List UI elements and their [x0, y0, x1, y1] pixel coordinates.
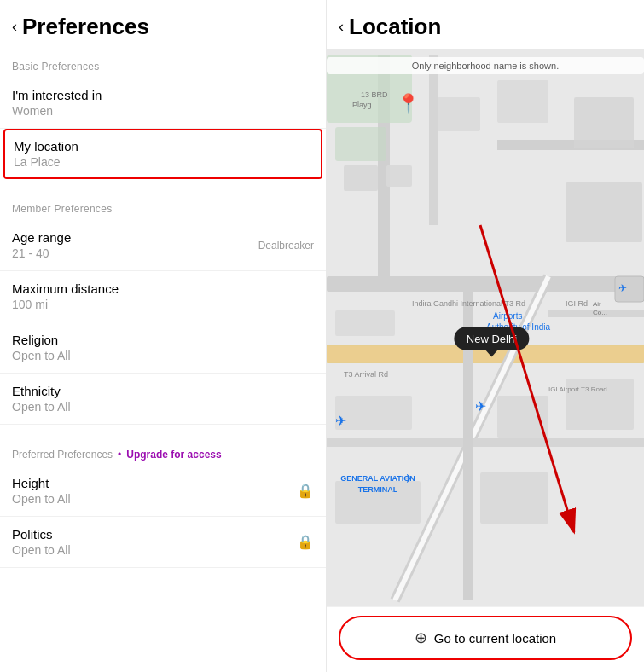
politics-item[interactable]: Politics Open to All 🔒 [0, 517, 326, 568]
politics-label: Politics [12, 527, 71, 542]
right-header: ‹ Location [327, 0, 644, 49]
ethnicity-value: Open to All [12, 400, 314, 414]
svg-rect-3 [429, 55, 438, 225]
politics-value: Open to All [12, 543, 71, 557]
svg-rect-18 [574, 97, 634, 148]
location-back-arrow-icon[interactable]: ‹ [339, 18, 344, 36]
svg-text:Air: Air [593, 300, 601, 308]
age-range-value: 21 - 40 [12, 246, 71, 260]
svg-text:Indira Gandhi International T3: Indira Gandhi International T3 Rd [412, 299, 525, 308]
max-distance-label: Maximum distance [12, 281, 314, 296]
svg-rect-22 [497, 396, 548, 438]
preferred-header-label: Preferred Preferences [12, 449, 113, 461]
svg-text:IGI Rd: IGI Rd [566, 299, 588, 308]
map-tooltip: Only neighborhood name is shown. [327, 57, 644, 74]
svg-text:✈: ✈ [335, 414, 346, 428]
svg-text:T3 Arrival Rd: T3 Arrival Rd [344, 370, 388, 379]
my-location-item[interactable]: My location La Place [3, 129, 322, 179]
left-header: ‹ Preferences [0, 0, 326, 49]
preferred-preferences-header: Preferred Preferences • Upgrade for acce… [0, 437, 326, 466]
new-delhi-bubble: New Delhi [455, 327, 529, 350]
svg-rect-10 [463, 276, 473, 600]
panel-title: Preferences [22, 14, 149, 40]
location-pin-green-icon: 📍 [397, 93, 420, 115]
ethnicity-item[interactable]: Ethnicity Open to All [0, 374, 326, 425]
svg-rect-15 [386, 165, 412, 187]
svg-text:Playg...: Playg... [352, 101, 378, 109]
height-value: Open to All [12, 492, 71, 506]
svg-rect-21 [335, 396, 412, 430]
svg-rect-20 [335, 310, 395, 336]
location-panel-title: Location [349, 14, 441, 40]
age-range-item[interactable]: Age range 21 - 40 Dealbreaker [0, 220, 326, 271]
ethnicity-label: Ethnicity [12, 384, 314, 398]
politics-info: Politics Open to All [12, 527, 71, 557]
svg-rect-9 [327, 438, 644, 447]
svg-text:Co...: Co... [593, 309, 607, 316]
right-panel: ‹ Location [327, 0, 644, 672]
interested-in-label: I'm interested in [12, 88, 314, 102]
svg-text:TERMINAL: TERMINAL [358, 485, 398, 494]
svg-text:IGI Airport T3 Road: IGI Airport T3 Road [548, 385, 607, 393]
religion-label: Religion [12, 333, 314, 347]
height-item[interactable]: Height Open to All 🔒 [0, 466, 326, 517]
svg-text:✈: ✈ [475, 399, 486, 414]
religion-item[interactable]: Religion Open to All [0, 322, 326, 374]
member-preferences-header: Member Preferences [0, 191, 326, 220]
svg-text:Airports: Airports [493, 311, 522, 321]
target-icon: ⊕ [415, 629, 427, 647]
svg-rect-19 [566, 182, 642, 242]
back-arrow-icon[interactable]: ‹ [12, 18, 17, 36]
bottom-button-container: ⊕ Go to current location [327, 606, 644, 672]
max-distance-item[interactable]: Maximum distance 100 mi [0, 271, 326, 322]
go-to-location-button[interactable]: ⊕ Go to current location [339, 616, 632, 660]
age-range-info: Age range 21 - 40 [12, 230, 71, 260]
interested-in-value: Women [12, 104, 314, 118]
politics-lock-icon: 🔒 [297, 534, 314, 550]
interested-in-item[interactable]: I'm interested in Women [0, 78, 326, 129]
left-panel: ‹ Preferences Basic Preferences I'm inte… [0, 0, 327, 672]
svg-rect-17 [497, 80, 548, 123]
height-lock-icon: 🔒 [297, 483, 314, 499]
svg-rect-25 [480, 472, 548, 524]
svg-text:13 BRD: 13 BRD [361, 90, 388, 99]
my-location-label: My location [14, 139, 312, 154]
dealbreaker-label: Dealbreaker [258, 240, 314, 252]
map-background: T3 Arrival Rd Indira Gandhi Internationa… [327, 49, 644, 606]
map-container: T3 Arrival Rd Indira Gandhi Internationa… [327, 49, 644, 606]
my-location-value: La Place [14, 155, 312, 169]
svg-rect-16 [438, 97, 480, 131]
svg-text:✈: ✈ [618, 282, 627, 294]
basic-preferences-header: Basic Preferences [0, 49, 326, 78]
age-range-label: Age range [12, 230, 71, 245]
height-label: Height [12, 476, 71, 490]
height-info: Height Open to All [12, 476, 71, 506]
svg-rect-1 [327, 276, 644, 292]
dot-separator: • [118, 449, 121, 461]
svg-rect-14 [344, 165, 378, 191]
religion-value: Open to All [12, 349, 314, 362]
go-to-location-label: Go to current location [434, 631, 556, 646]
max-distance-value: 100 mi [12, 298, 314, 311]
upgrade-link[interactable]: Upgrade for access [126, 449, 221, 461]
svg-text:✈: ✈ [403, 472, 414, 485]
svg-rect-13 [335, 127, 386, 161]
